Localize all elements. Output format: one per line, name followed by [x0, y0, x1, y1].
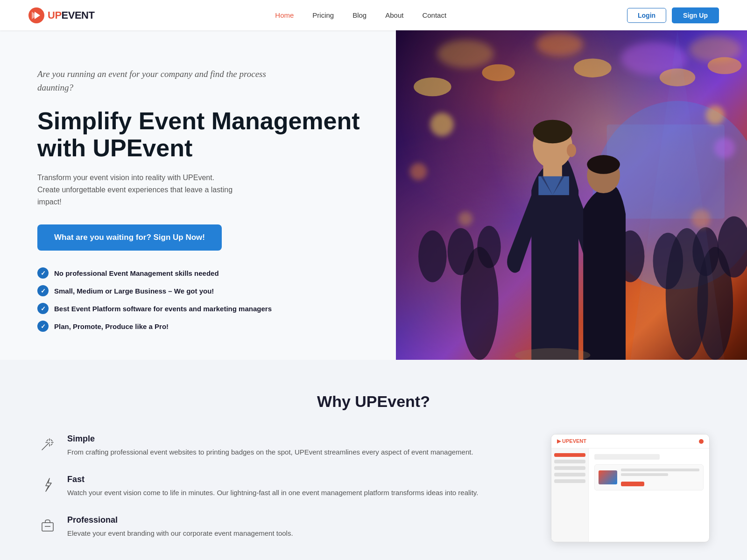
svg-line-39 — [42, 442, 49, 450]
hero-tagline: Are you running an event for your compan… — [37, 68, 280, 94]
professional-svg-icon — [39, 517, 56, 534]
feature-simple: Simple From crafting professional event … — [37, 434, 523, 458]
mockup-card — [594, 464, 704, 490]
svg-point-7 — [414, 77, 451, 96]
checklist-text-3: Best Event Platform software for events … — [54, 305, 272, 313]
mockup-close-dot — [699, 439, 704, 444]
simple-icon — [37, 434, 58, 455]
svg-point-4 — [536, 33, 583, 56]
mockup-sidebar-item-2 — [554, 466, 585, 470]
feature-fast: Fast Watch your event vision come to lif… — [37, 475, 523, 498]
navbar: UPEVENT Home Pricing Blog About Contact … — [0, 0, 747, 30]
why-section: Why UPEvent? — [0, 360, 747, 560]
mockup-line-1 — [621, 469, 699, 471]
fast-svg-icon — [39, 476, 56, 493]
svg-point-37 — [430, 113, 453, 136]
signup-button[interactable]: Sign Up — [672, 7, 719, 23]
crowd-svg — [396, 30, 747, 360]
feature-fast-text: Fast Watch your event vision come to lif… — [67, 475, 478, 498]
feature-fast-name: Fast — [67, 475, 478, 484]
logo-icon — [28, 7, 45, 24]
svg-point-33 — [410, 163, 427, 180]
checklist-item-2: Small, Medium or Large Business – We got… — [37, 285, 368, 296]
why-content: Simple From crafting professional event … — [37, 434, 710, 542]
svg-point-28 — [587, 155, 620, 174]
checklist-item-4: Plan, Promote, Produce like a Pro! — [37, 321, 368, 332]
why-title: Why UPEvent? — [37, 392, 710, 411]
simple-svg-icon — [39, 436, 56, 453]
svg-point-11 — [708, 57, 742, 74]
nav-link-contact[interactable]: Contact — [422, 11, 446, 19]
checklist-text-2: Small, Medium or Large Business – We got… — [54, 287, 214, 295]
mockup-line-2 — [621, 473, 668, 476]
hero-title: Simplify Event Management with UPEvent — [37, 107, 368, 161]
fast-icon — [37, 475, 58, 495]
nav-item-contact[interactable]: Contact — [422, 11, 446, 20]
feature-professional-text: Professional Elevate your event branding… — [67, 515, 293, 539]
feature-professional-name: Professional — [67, 515, 293, 525]
svg-rect-47 — [42, 523, 53, 531]
checklist-item-3: Best Event Platform software for events … — [37, 303, 368, 314]
hero-subtitle: Transform your event vision into reality… — [37, 172, 238, 208]
svg-line-46 — [51, 444, 52, 445]
check-icon-3 — [37, 303, 49, 314]
checklist-item-1: No professional Event Management skills … — [37, 267, 368, 279]
svg-point-22 — [567, 144, 576, 157]
mockup-sidebar-item-active — [554, 453, 585, 457]
svg-point-32 — [515, 348, 590, 360]
mockup-sidebar-item-1 — [554, 460, 585, 463]
nav-links: Home Pricing Blog About Contact — [275, 11, 446, 20]
hero-image — [396, 30, 747, 360]
svg-point-34 — [714, 138, 735, 158]
svg-line-44 — [51, 440, 52, 441]
nav-item-about[interactable]: About — [385, 11, 403, 20]
nav-item-home[interactable]: Home — [275, 11, 294, 20]
nav-link-home[interactable]: Home — [275, 11, 294, 19]
hero-checklist: No professional Event Management skills … — [37, 267, 368, 332]
mockup-image — [599, 470, 617, 484]
svg-point-36 — [691, 209, 710, 228]
mockup-title-bar — [594, 454, 660, 460]
mockup-main — [589, 448, 709, 542]
why-features: Simple From crafting professional event … — [37, 434, 523, 539]
svg-line-45 — [47, 440, 48, 441]
professional-icon — [37, 515, 58, 536]
checklist-text-1: No professional Event Management skills … — [54, 269, 219, 277]
nav-item-pricing[interactable]: Pricing — [312, 11, 334, 20]
nav-link-about[interactable]: About — [385, 11, 403, 19]
feature-professional-desc: Elevate your event branding with our cor… — [67, 528, 293, 539]
svg-point-23 — [533, 120, 572, 143]
hero-content: Are you running an event for your compan… — [0, 30, 396, 360]
svg-point-8 — [482, 64, 515, 81]
feature-fast-desc: Watch your event vision come to life in … — [67, 487, 478, 498]
feature-simple-name: Simple — [67, 434, 473, 444]
mockup-logo: ▶ UPEVENT — [557, 438, 586, 444]
mockup-action-btn — [621, 482, 644, 486]
login-button[interactable]: Login — [627, 8, 666, 23]
check-icon-4 — [37, 321, 49, 332]
svg-point-14 — [418, 231, 447, 282]
check-icon-2 — [37, 285, 49, 296]
mockup-sidebar — [551, 448, 589, 542]
svg-point-35 — [458, 211, 472, 225]
mockup-body — [551, 448, 709, 542]
svg-point-29 — [461, 247, 499, 360]
svg-point-9 — [574, 59, 612, 77]
svg-point-3 — [437, 40, 493, 68]
nav-item-blog[interactable]: Blog — [352, 11, 366, 20]
cta-button[interactable]: What are you waiting for? Sign Up Now! — [37, 224, 222, 251]
nav-link-pricing[interactable]: Pricing — [312, 11, 334, 19]
feature-professional: Professional Elevate your event branding… — [37, 515, 523, 539]
svg-point-38 — [706, 105, 725, 124]
app-mockup: ▶ UPEVENT — [551, 434, 710, 542]
nav-link-blog[interactable]: Blog — [352, 11, 366, 19]
checklist-text-4: Plan, Promote, Produce like a Pro! — [54, 322, 169, 330]
mockup-header: ▶ UPEVENT — [551, 434, 709, 448]
nav-buttons: Login Sign Up — [627, 7, 719, 23]
hero-section: Are you running an event for your compan… — [0, 30, 747, 360]
feature-simple-desc: From crafting professional event website… — [67, 447, 473, 458]
feature-simple-text: Simple From crafting professional event … — [67, 434, 473, 458]
logo-text: UPEVENT — [48, 9, 94, 21]
logo[interactable]: UPEVENT — [28, 7, 94, 24]
mockup-sidebar-item-4 — [554, 479, 585, 483]
